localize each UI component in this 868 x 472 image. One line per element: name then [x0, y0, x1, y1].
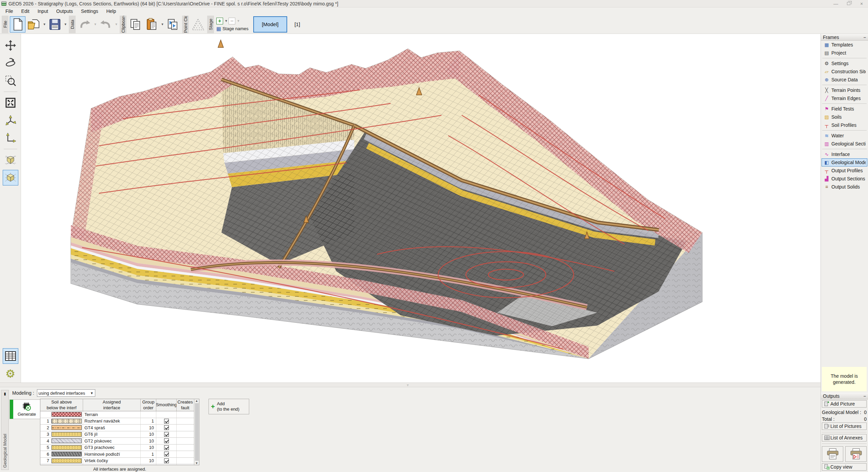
- close-button[interactable]: ×: [855, 0, 868, 7]
- fit-to-view-icon: [5, 97, 16, 109]
- smoothing-checkbox[interactable]: [164, 425, 169, 430]
- frame-item-field-tests[interactable]: ⚑Field Tests: [822, 105, 867, 113]
- model-stage-button[interactable]: [Model]: [253, 16, 287, 33]
- remove-stage-caret[interactable]: ▾: [236, 19, 241, 23]
- frame-item-project[interactable]: ▤Project: [822, 49, 867, 57]
- modeling-method-select[interactable]: using defined interfaces ▼: [37, 389, 95, 397]
- table-row[interactable]: 2 GT4 spraš 10: [40, 425, 194, 431]
- table-row[interactable]: 3 GT6 jíl 10: [40, 431, 194, 438]
- scroll-down-icon[interactable]: ▼: [195, 461, 198, 465]
- smoothing-checkbox[interactable]: [164, 419, 169, 424]
- terrain-edges-icon: ╱: [823, 96, 830, 101]
- table-row[interactable]: 6 Horninové podloží 1: [40, 451, 194, 458]
- redo-dropdown-caret[interactable]: ▾: [114, 22, 119, 26]
- frame-item-soils[interactable]: ▨Soils: [822, 113, 867, 121]
- menu-input[interactable]: Input: [34, 8, 52, 15]
- axes-3d-button[interactable]: [3, 113, 18, 128]
- point-cloud-button[interactable]: [190, 16, 206, 33]
- frame-item-construction-site[interactable]: ▱Construction Site: [822, 67, 867, 76]
- frame-item-water[interactable]: ≋Water: [822, 132, 867, 140]
- table-row[interactable]: 5 GT3 prachovec 10: [40, 445, 194, 451]
- add-picture-button[interactable]: Add Picture: [822, 400, 867, 408]
- settings-gear-button[interactable]: ⚙: [3, 366, 18, 381]
- add-stage-caret[interactable]: ▾: [224, 19, 229, 23]
- model-viewport[interactable]: [21, 34, 821, 382]
- table-row-terrain[interactable]: Terrain: [40, 411, 194, 418]
- soil-swatch: [52, 425, 82, 430]
- save-dropdown-caret[interactable]: ▾: [63, 22, 68, 26]
- table-row[interactable]: 4 GT2 pískovec 10: [40, 438, 194, 445]
- smoothing-checkbox[interactable]: [164, 445, 169, 450]
- save-button[interactable]: [47, 16, 63, 33]
- menu-edit[interactable]: Edit: [17, 8, 34, 15]
- frames-minimize-icon[interactable]: –: [864, 35, 866, 40]
- horizontal-splitter[interactable]: ▿: [0, 382, 821, 387]
- frame-item-geological-model[interactable]: ◧Geological Model: [822, 158, 867, 166]
- add-stage-button[interactable]: +: [216, 18, 223, 24]
- frame-item-output-profiles[interactable]: ┬Output Profiles: [822, 166, 867, 175]
- undo-dropdown-caret[interactable]: ▾: [93, 22, 98, 26]
- frame-item-templates[interactable]: ▦Templates: [822, 41, 867, 49]
- redo-button[interactable]: [98, 16, 114, 33]
- frame-item-output-sections[interactable]: ▟Output Sections: [822, 175, 867, 183]
- fit-to-view-button[interactable]: [3, 95, 18, 111]
- scrollbar-thumb[interactable]: [195, 403, 199, 461]
- menu-settings[interactable]: Settings: [77, 8, 102, 15]
- smoothing-checkbox[interactable]: [164, 452, 169, 456]
- frame-item-terrain-edges[interactable]: ╱Terrain Edges: [822, 94, 867, 102]
- restore-button[interactable]: [842, 0, 855, 7]
- menu-file[interactable]: File: [1, 8, 17, 15]
- copy-button[interactable]: [128, 16, 143, 33]
- outputs-separator: [822, 444, 867, 444]
- frame-item-source-data[interactable]: ⊕Source Data: [822, 76, 867, 84]
- add-to-end-button[interactable]: + Add(to the end): [209, 399, 249, 414]
- frame-item-settings[interactable]: ⚙Settings: [822, 59, 867, 67]
- generate-button[interactable]: Generate: [9, 399, 41, 419]
- smoothing-checkbox[interactable]: [164, 438, 169, 443]
- axonometry-view-icon: [4, 172, 17, 183]
- open-dropdown-caret[interactable]: ▾: [42, 22, 47, 26]
- perspective-view-button[interactable]: [3, 152, 18, 168]
- paste-dropdown-caret[interactable]: ▾: [160, 22, 165, 26]
- zoom-window-tool-button[interactable]: [3, 73, 18, 88]
- table-row[interactable]: 7 Vršek čočky 10: [40, 458, 194, 465]
- minimize-button[interactable]: —: [829, 0, 842, 7]
- undo-button[interactable]: [77, 16, 93, 33]
- table-scrollbar[interactable]: ▲ ▼: [194, 399, 199, 465]
- open-file-button[interactable]: [26, 16, 42, 33]
- frame-item-terrain-points[interactable]: ╳Terrain Points: [822, 86, 867, 94]
- panel-side-tab[interactable]: ▮ Geological Model: [1, 390, 9, 470]
- frame-item-geological-sections[interactable]: ▥Geological Sections: [822, 140, 867, 148]
- stage-names-button[interactable]: ▦ Stage names: [216, 26, 249, 32]
- list-of-pictures-button[interactable]: List of Pictures: [822, 422, 867, 430]
- axes-2d-button[interactable]: [3, 130, 18, 146]
- remove-stage-button[interactable]: −: [229, 18, 235, 24]
- axonometry-view-button[interactable]: [3, 170, 18, 185]
- interfaces-table: Soil abovebelow the interf Assignedinter…: [40, 399, 199, 465]
- list-of-annexes-button[interactable]: List of Annexes: [822, 434, 867, 441]
- copy-view-button[interactable]: Copy view: [822, 463, 867, 471]
- print-picture-button[interactable]: [845, 446, 867, 462]
- menu-outputs[interactable]: Outputs: [52, 8, 77, 15]
- print-document-button[interactable]: [822, 446, 843, 462]
- frames-separator: [822, 149, 867, 149]
- smoothing-checkbox[interactable]: [164, 458, 169, 463]
- paste-button[interactable]: [144, 16, 160, 33]
- export-picture-button[interactable]: [165, 16, 181, 33]
- menu-help[interactable]: Help: [102, 8, 120, 15]
- stage-tab-1[interactable]: [1]: [287, 21, 308, 27]
- rotate-tool-button[interactable]: [3, 55, 18, 71]
- table-view-button[interactable]: [3, 348, 18, 364]
- pan-tool-button[interactable]: [3, 38, 18, 53]
- frame-item-soil-profiles[interactable]: ┬Soil Profiles: [822, 121, 867, 129]
- water-icon: ≋: [823, 133, 830, 138]
- new-file-button[interactable]: [10, 16, 25, 33]
- table-row-partial[interactable]: [40, 464, 194, 465]
- scroll-up-icon[interactable]: ▲: [195, 399, 198, 402]
- outputs-minimize-icon[interactable]: –: [864, 393, 866, 398]
- smoothing-checkbox[interactable]: [164, 432, 169, 437]
- geological-model-3d: [21, 34, 821, 382]
- frame-item-interface[interactable]: ∿Interface: [822, 150, 867, 158]
- table-row[interactable]: 1 Rozhraní navážek 1: [40, 418, 194, 425]
- frame-item-output-solids[interactable]: ≡Output Solids: [822, 183, 867, 191]
